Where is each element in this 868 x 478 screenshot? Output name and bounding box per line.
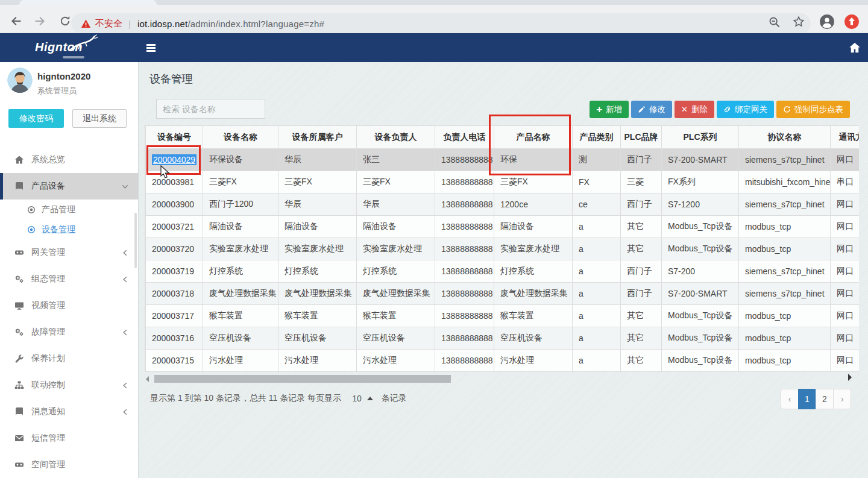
sidebar-item-gateway-manage[interactable]: 网关管理	[0, 239, 138, 266]
table-cell[interactable]: 隔油设备	[278, 216, 357, 238]
table-cell[interactable]: 实验室废水处理	[357, 238, 435, 260]
table-cell[interactable]: 网口	[831, 238, 860, 260]
table-cell[interactable]: 实验室废水处理	[494, 238, 573, 260]
table-row[interactable]: 200003719灯控系统灯控系统灯控系统13888888888灯控系统a西门子…	[146, 260, 860, 283]
bookmark-button[interactable]	[792, 15, 805, 28]
table-cell[interactable]: 环保设备	[203, 149, 278, 171]
sidebar-scrollbar[interactable]	[134, 213, 137, 268]
table-cell[interactable]: 13888888888	[435, 260, 494, 283]
force-sync-button[interactable]: 强制同步点表	[776, 101, 850, 118]
table-cell[interactable]: 网口	[831, 283, 860, 305]
sidebar-item-product-device[interactable]: 产品设备	[0, 173, 138, 200]
scroll-left-icon[interactable]	[146, 376, 149, 382]
browser-back-button[interactable]	[10, 14, 23, 28]
table-cell[interactable]: 西门子1200	[203, 193, 278, 216]
table-cell[interactable]: 13888888888	[435, 149, 494, 171]
table-cell[interactable]: ce	[573, 193, 621, 216]
bind-gateway-button[interactable]: 绑定网关	[717, 101, 774, 118]
table-cell[interactable]: 空压机设备	[203, 327, 278, 350]
table-cell[interactable]: 废气处理数据采集	[357, 283, 435, 305]
delete-button[interactable]: ✕删除	[675, 101, 714, 118]
table-cell[interactable]: a	[573, 283, 621, 305]
page-nav-button[interactable]: ›	[833, 389, 851, 409]
table-cell[interactable]: 200003716	[146, 327, 203, 350]
table-cell[interactable]: 西门子	[621, 260, 662, 283]
page-button-2[interactable]: 2	[816, 389, 834, 409]
change-password-button[interactable]: 修改密码	[8, 109, 64, 128]
table-cell[interactable]: Modbus_Tcp设备	[662, 350, 739, 372]
table-row[interactable]: 200003718废气处理数据采集废气处理数据采集废气处理数据采集1388888…	[146, 283, 860, 305]
table-cell[interactable]: modbus_tcp	[739, 327, 831, 350]
table-cell[interactable]: 13888888888	[435, 238, 494, 260]
sidebar-item-fault-manage[interactable]: 故障管理	[0, 319, 138, 345]
table-cell[interactable]: mitsubishi_fxcom_hinet	[739, 171, 831, 193]
table-cell[interactable]: siemens_s7tcp_hinet	[739, 260, 831, 283]
table-cell[interactable]: 灯控系统	[494, 260, 573, 283]
table-cell[interactable]: 网口	[831, 149, 860, 171]
table-cell[interactable]: 隔油设备	[357, 216, 435, 238]
table-cell[interactable]: 其它	[621, 216, 662, 238]
table-cell[interactable]: 张三	[357, 149, 435, 171]
table-cell[interactable]: 200003721	[146, 216, 203, 238]
table-cell[interactable]: 废气处理数据采集	[203, 283, 278, 305]
table-cell[interactable]: siemens_s7tcp_hinet	[739, 283, 831, 305]
page-nav-button[interactable]: ‹	[781, 389, 799, 409]
browser-forward-button[interactable]	[33, 14, 46, 28]
table-cell[interactable]: S7-200	[662, 260, 739, 283]
table-cell[interactable]: 其它	[621, 327, 662, 350]
table-cell[interactable]: 三菱FX	[357, 171, 435, 193]
table-cell[interactable]: S7-1200	[662, 193, 739, 216]
page-size-select[interactable]: 10	[352, 394, 373, 403]
zoom-button[interactable]	[768, 16, 781, 29]
sidebar-item-scada-manage[interactable]: 组态管理	[0, 266, 138, 292]
logout-button[interactable]: 退出系统	[72, 109, 127, 128]
table-cell[interactable]: FX系列	[662, 171, 739, 193]
home-button[interactable]	[849, 42, 861, 54]
table-cell[interactable]: 污水处理	[357, 350, 435, 372]
browser-tab[interactable]	[19, 0, 157, 5]
table-cell[interactable]: 其它	[621, 350, 662, 372]
table-cell[interactable]: 网口	[831, 216, 860, 238]
table-cell[interactable]: 13888888888	[435, 350, 494, 372]
table-cell[interactable]: a	[573, 260, 621, 283]
table-cell[interactable]: 200003719	[146, 260, 203, 283]
table-cell[interactable]: 串口	[831, 171, 860, 193]
scroll-right-icon[interactable]	[848, 374, 852, 381]
sidebar-item-video-manage[interactable]: 视频管理	[0, 292, 138, 319]
table-cell[interactable]: 200003717	[146, 305, 203, 327]
add-button[interactable]: +新增	[590, 101, 629, 118]
table-cell[interactable]: 1200ce	[494, 193, 573, 216]
table-cell[interactable]: 实验室废水处理	[203, 238, 278, 260]
sidebar-item-maintenance-plan[interactable]: 保养计划	[0, 345, 138, 372]
scrollbar-thumb[interactable]	[154, 375, 451, 383]
table-cell[interactable]: 猴车装置	[278, 305, 357, 327]
table-cell[interactable]: 西门子	[621, 193, 662, 216]
table-cell[interactable]: 三菱FX	[203, 171, 278, 193]
table-cell[interactable]: 13888888888	[435, 193, 494, 216]
table-row[interactable]: 200003715污水处理污水处理污水处理13888888888污水处理a其它M…	[146, 350, 860, 372]
table-cell[interactable]: 华辰	[278, 193, 357, 216]
table-cell[interactable]: 西门子	[621, 283, 662, 305]
table-cell[interactable]: S7-200-SMART	[662, 283, 739, 305]
table-cell[interactable]: 200003715	[146, 350, 203, 372]
table-cell[interactable]: 三菱	[621, 171, 662, 193]
table-cell[interactable]: 空压机设备	[278, 327, 357, 350]
table-cell[interactable]: modbus_tcp	[739, 350, 831, 372]
table-cell[interactable]: 实验室废水处理	[278, 238, 357, 260]
table-cell[interactable]: 猴车装置	[494, 305, 573, 327]
table-cell[interactable]: 污水处理	[203, 350, 278, 372]
table-cell[interactable]: a	[573, 350, 621, 372]
sidebar-item-space-manage[interactable]: 空间管理	[0, 451, 138, 478]
table-row[interactable]: 200003720实验室废水处理实验室废水处理实验室废水处理1388888888…	[146, 238, 860, 260]
table-cell[interactable]: 13888888888	[435, 283, 494, 305]
table-cell[interactable]: 华辰	[278, 149, 357, 171]
sidebar-item-product-manage[interactable]: 产品管理	[0, 200, 138, 219]
browser-reload-button[interactable]	[58, 14, 72, 28]
table-cell[interactable]: siemens_s7tcp_hinet	[739, 149, 831, 171]
sidebar-item-message-notify[interactable]: 消息通知	[0, 398, 138, 425]
table-cell[interactable]: 网口	[831, 350, 860, 372]
table-cell[interactable]: 三菱FX	[278, 171, 357, 193]
search-input[interactable]	[156, 99, 265, 119]
table-cell[interactable]: modbus_tcp	[739, 305, 831, 327]
table-cell[interactable]: Modbus_Tcp设备	[662, 327, 739, 350]
